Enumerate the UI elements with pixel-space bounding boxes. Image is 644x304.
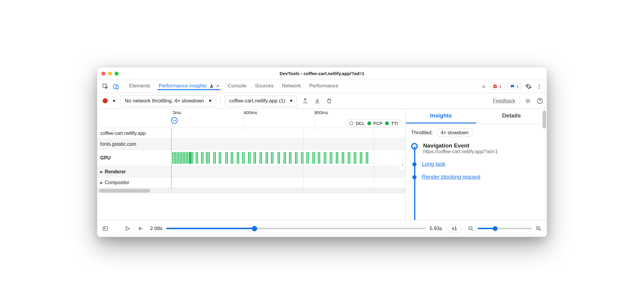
chevron-down-icon: ▾: [290, 98, 293, 104]
nav-start-marker[interactable]: ↪: [171, 117, 178, 124]
fcp-marker-icon: [367, 121, 371, 125]
scrollbar-thumb[interactable]: [99, 189, 150, 193]
svg-point-6: [539, 88, 540, 89]
flask-icon: [209, 84, 214, 88]
timeline-panel: 0ms 400ms 800ms ↪ DCL FCP TTI coffee-car…: [97, 109, 406, 220]
insights-toolbar: ▼ No network throttling, 4× slowdown ▾ c…: [97, 93, 547, 109]
main-panel: 0ms 400ms 800ms ↪ DCL FCP TTI coffee-car…: [97, 109, 547, 220]
track-gpu[interactable]: GPU: [97, 150, 405, 166]
tab-network[interactable]: Network: [281, 83, 302, 90]
tabstrip: Elements Performance insights × Console …: [97, 80, 547, 93]
inspect-element-icon[interactable]: [101, 83, 109, 90]
event-navigation[interactable]: Navigation Event https://coffee-cart.net…: [411, 142, 541, 154]
maximize-window-icon[interactable]: [115, 71, 119, 75]
time-end: 5.93s: [430, 226, 442, 232]
disclosure-triangle-icon[interactable]: ▶: [100, 181, 103, 185]
event-render-blocking[interactable]: Render blocking request: [411, 174, 541, 180]
message-counter[interactable]: 1: [507, 83, 522, 90]
dcl-marker-icon: [349, 121, 353, 125]
zoom-in-icon[interactable]: [535, 225, 543, 233]
disclosure-triangle-icon[interactable]: ▶: [100, 170, 103, 174]
titlebar: DevTools - coffee-cart.netlify.app/?ad=1: [97, 67, 547, 80]
tti-marker-icon: [385, 121, 389, 125]
feedback-link[interactable]: Feedback: [493, 98, 515, 104]
devtools-window: DevTools - coffee-cart.netlify.app/?ad=1…: [97, 67, 547, 237]
tab-insights[interactable]: Insights: [406, 109, 476, 123]
track-compositor[interactable]: ▶Compositor: [97, 177, 405, 188]
svg-rect-9: [103, 227, 108, 230]
panel-settings-icon[interactable]: [524, 97, 532, 105]
svg-point-4: [539, 84, 540, 85]
tab-performance-insights[interactable]: Performance insights ×: [158, 83, 221, 90]
insights-panel: Insights Details Throttled: 4× slowdown …: [406, 109, 547, 220]
record-options-dropdown[interactable]: ▼: [112, 99, 116, 103]
separator: [220, 96, 221, 106]
export-icon[interactable]: [301, 97, 309, 105]
event-long-task[interactable]: Long task: [411, 161, 541, 167]
svg-point-5: [539, 86, 540, 87]
playback-slider[interactable]: 2.08s 5.93s: [150, 226, 442, 232]
track-renderer[interactable]: ▶Renderer: [97, 166, 405, 177]
throttled-row: Throttled: 4× slowdown: [411, 129, 541, 137]
svg-rect-2: [116, 85, 118, 89]
track-network-host2[interactable]: fonts.gstatic.com: [97, 139, 405, 150]
tab-elements[interactable]: Elements: [128, 83, 152, 90]
tab-close-icon[interactable]: ×: [216, 83, 220, 89]
tab-console[interactable]: Console: [227, 83, 248, 90]
screenshot-preview-icon[interactable]: [101, 225, 109, 233]
slider-knob[interactable]: [252, 226, 257, 231]
throttle-pill[interactable]: 4× slowdown: [436, 129, 473, 137]
zoom-control: [467, 225, 543, 233]
tick-label: 0ms: [173, 110, 181, 115]
tick-label: 400ms: [244, 110, 257, 115]
metric-markers[interactable]: DCL FCP TTI: [345, 120, 402, 127]
playback-speed[interactable]: x1: [447, 225, 462, 233]
time-start: 2.08s: [150, 226, 163, 232]
track-network-host1[interactable]: coffee-cart.netlify.app: [97, 128, 405, 139]
zoom-slider[interactable]: [478, 228, 532, 229]
recording-select[interactable]: coffee-cart.netlify.app (1) ▾: [225, 95, 297, 107]
svg-point-10: [104, 228, 105, 229]
tab-performance[interactable]: Performance: [308, 83, 339, 90]
timeline-ruler[interactable]: 0ms 400ms 800ms ↪ DCL FCP TTI: [97, 109, 405, 128]
settings-icon[interactable]: [525, 83, 532, 90]
window-controls: [101, 71, 119, 75]
delete-icon[interactable]: [325, 97, 333, 105]
device-toolbar-icon[interactable]: [112, 83, 120, 90]
zoom-out-icon[interactable]: [467, 225, 475, 233]
svg-point-7: [527, 100, 529, 102]
chevron-down-icon: ▾: [209, 98, 212, 104]
horizontal-scrollbar[interactable]: [97, 188, 405, 193]
collapse-right-panel-button[interactable]: ›: [400, 159, 406, 171]
help-icon[interactable]: [536, 97, 544, 105]
separator: [519, 96, 520, 106]
gpu-activity-bars: [172, 152, 404, 164]
throttling-select[interactable]: No network throttling, 4× slowdown ▾: [120, 95, 216, 107]
error-counter[interactable]: 1: [490, 83, 504, 90]
kebab-menu-icon[interactable]: [535, 83, 543, 90]
events-timeline-line: [414, 147, 415, 220]
tab-sources[interactable]: Sources: [254, 83, 275, 90]
tab-details[interactable]: Details: [476, 109, 547, 123]
seek-start-button[interactable]: [137, 225, 145, 233]
more-tabs-icon[interactable]: »: [480, 83, 487, 90]
tick-label: 800ms: [314, 110, 328, 115]
window-title: DevTools - coffee-cart.netlify.app/?ad=1: [280, 71, 364, 76]
play-button[interactable]: [124, 225, 131, 233]
playback-bar: 2.08s 5.93s x1: [97, 220, 547, 237]
close-window-icon[interactable]: [101, 71, 105, 75]
record-button[interactable]: [103, 98, 108, 103]
minimize-window-icon[interactable]: [108, 71, 112, 75]
slider-knob[interactable]: [493, 226, 498, 231]
import-icon[interactable]: [313, 97, 321, 105]
